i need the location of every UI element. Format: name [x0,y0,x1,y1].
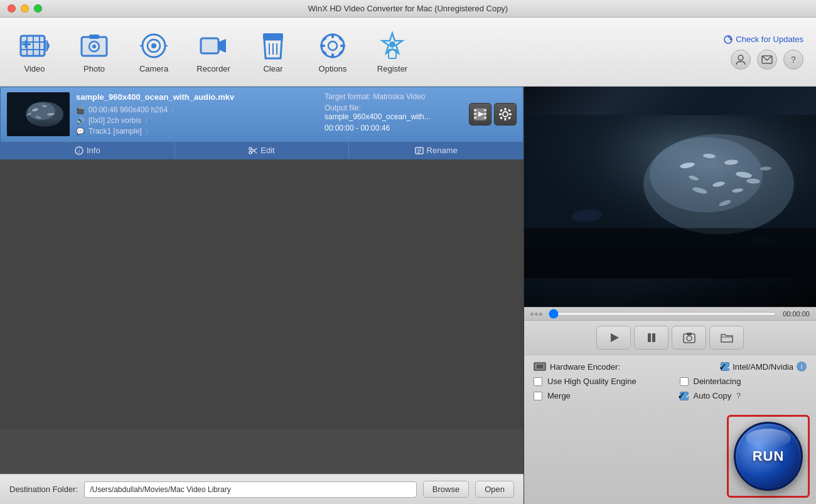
svg-rect-103 [687,333,692,335]
main-content: sample_960x400_ocean_with_audio.mkv 🎬 00… [0,87,816,504]
play-button[interactable] [596,326,631,350]
toolbar-item-options[interactable]: Options [304,25,361,78]
auto-copy-help-icon[interactable]: ? [736,392,741,400]
clear-svg [258,31,288,61]
dot1 [530,313,534,316]
svg-rect-66 [508,109,511,112]
user-icon-button[interactable] [731,50,751,70]
seekbar-dots [530,313,542,316]
svg-text:i: i [78,148,80,154]
deinterlacing-checkbox[interactable] [680,377,689,386]
window-controls[interactable] [8,4,42,13]
svg-point-46 [28,102,55,120]
svg-rect-31 [331,53,334,58]
mail-icon-button[interactable] [757,50,777,70]
film-play-button[interactable] [469,103,491,126]
svg-rect-61 [505,108,507,110]
user-icon [735,54,746,65]
info-tab[interactable]: i Info [1,142,175,159]
svg-rect-58 [484,117,486,119]
audio-chevron: ⟩ [145,117,148,125]
destination-path-input[interactable] [84,481,417,498]
options-label: Options [319,64,347,73]
svg-line-74 [252,148,257,153]
maximize-button[interactable] [34,4,42,13]
merge-checkbox[interactable] [534,392,542,400]
svg-rect-55 [474,117,476,119]
gear-icon [498,107,512,121]
left-bottom-bar: Destination Folder: Browse Open [0,474,523,504]
info-tab-label: Info [87,146,100,155]
chip-icon [534,363,545,370]
hw-encoder-icon [534,362,546,371]
options-icon [317,30,348,62]
help-icon-button[interactable]: ? [783,50,803,70]
file-info-right: Target format: Matroska Video Output fil… [325,92,463,136]
svg-point-42 [738,55,743,60]
toolbar-item-photo[interactable]: Photo [66,25,122,78]
browse-button[interactable]: Browse [423,481,469,498]
hw-encoder-label: Hardware Encoder: [550,362,721,372]
check-updates-link[interactable]: Check for Updates [723,35,803,45]
deinterlacing-label: Deinterlacing [694,377,741,386]
rename-tab[interactable]: Rename [349,142,523,159]
svg-rect-67 [500,117,503,120]
preview-section: 00:00:00 [524,87,816,355]
svg-rect-63 [499,114,502,115]
close-button[interactable] [8,4,16,13]
svg-rect-101 [684,334,695,343]
file-subtitle-row: 💬 Track1 [sample] ⟩ [76,127,312,136]
high-quality-checkbox[interactable] [534,377,542,386]
seekbar-container: 00:00:00 [524,307,816,320]
open-folder-button[interactable] [709,326,744,350]
refresh-icon [723,35,733,45]
svg-rect-112 [541,369,542,370]
toolbar-item-recorder[interactable]: Recorder [185,25,242,78]
preview-overlay [524,241,816,307]
svg-point-14 [92,45,96,48]
options-svg [318,31,348,61]
svg-rect-106 [537,365,543,368]
thumbnail-preview [7,92,70,136]
photo-icon [78,30,110,62]
quality-deinterlace-row: Use High Quality Engine Deinterlacing [534,377,807,386]
edit-tab[interactable]: Edit [175,142,350,159]
toolbar-item-camera[interactable]: Camera [126,25,182,78]
run-button[interactable]: RUN [734,422,803,491]
toolbar-item-clear[interactable]: Clear [245,25,301,78]
snapshot-button[interactable] [672,326,706,350]
minimize-button[interactable] [21,4,29,13]
file-video-row: 🎬 00:00:46 960x400 h264 ⟩ [76,105,312,114]
pause-button[interactable] [634,326,668,350]
info-icon: i [75,146,83,155]
snapshot-icon [683,331,695,344]
svg-rect-62 [505,118,507,121]
hw-encoder-checkbox[interactable]: ✓ [721,362,729,371]
empty-list-area [0,159,523,429]
file-name: sample_960x400_ocean_with_audio.mkv [76,92,312,102]
settings-button[interactable] [494,103,517,126]
time-display: 00:00:00 [783,310,810,318]
seekbar-slider[interactable] [549,312,776,316]
open-button[interactable]: Open [475,481,514,498]
auto-copy-checkbox[interactable]: ✓ [680,392,689,400]
camera-label: Camera [139,64,168,73]
svg-point-29 [328,41,337,50]
file-video-info: 00:00:46 960x400 h264 [89,105,168,114]
intel-info-icon[interactable]: i [797,362,807,372]
toolbar-right: Check for Updates ? [723,35,810,70]
svg-rect-30 [331,33,334,38]
merge-option: Merge [534,391,661,400]
camera-icon [138,30,169,62]
toolbar-item-video[interactable]: Video [6,25,63,78]
recorder-label: Recorder [196,64,230,73]
file-action-buttons [469,103,517,126]
svg-rect-68 [508,117,511,120]
options-panel: Hardware Encoder: ✓ Intel/AMD/Nvidia i [524,355,816,412]
toolbar-item-register[interactable]: Register [364,25,421,78]
video-chevron: ⟩ [171,106,174,114]
high-quality-option: Use High Quality Engine [534,377,661,386]
rename-icon [415,146,424,155]
subtitle-chevron: ⟩ [146,127,148,136]
hw-check-mark: ✓ [719,361,727,373]
